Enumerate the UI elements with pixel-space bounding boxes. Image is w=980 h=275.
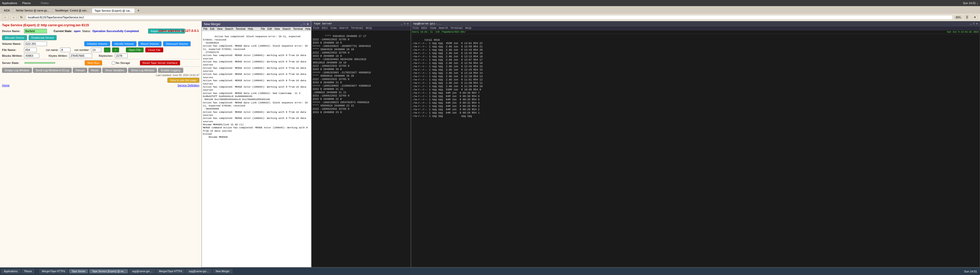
new-merger-controls: _ □ ✕ [301,22,309,26]
taskbar-new-merger[interactable]: New Merger [213,269,232,273]
menu-file2[interactable]: File [261,27,265,30]
menu-view[interactable]: View [217,27,223,30]
ts-menu-help[interactable]: Help [366,27,372,30]
reload-button[interactable]: ↻ [18,15,24,20]
home-link[interactable]: Home [2,84,10,87]
reset-tape-server-interface-button[interactable]: Reset Tape Server Interface [140,60,180,65]
ts-menu-search[interactable]: Search [339,27,348,30]
ts-menu-file[interactable]: File [313,27,319,30]
file-name-input[interactable] [24,47,37,52]
menu-terminal2[interactable]: Terminal [293,27,303,30]
send-log-window-button[interactable]: Send Log Window to ELog [33,68,72,73]
back-button[interactable]: ← [2,15,9,20]
ts-maximize[interactable]: □ [404,22,406,25]
maximize-button[interactable]: □ [304,22,305,26]
app-applications[interactable]: Applications [2,2,17,5]
tab-newmerger[interactable]: NewMerger: Control @ carr... [52,8,91,13]
npg-menu-view[interactable]: View [430,27,436,30]
app-places[interactable]: Places [22,2,30,5]
npg-maximize[interactable]: □ [973,22,975,25]
npg-menu-edit[interactable]: Edit [422,27,428,30]
blocks-written-input[interactable] [24,54,39,58]
tab-netvar[interactable]: NetVar Service @ carne-go... [13,8,52,13]
ts-links: Home Service Definition [2,84,199,87]
volume-name-input[interactable] [24,41,47,46]
menu-edit[interactable]: Edit [210,27,215,30]
run-number-input[interactable] [91,47,101,52]
kbytes-written-input[interactable] [69,54,92,58]
tape-server-menu: File Edit View Search Terminal Help [312,26,410,30]
taskbar-npg-2[interactable]: npg@carne-gsi-... [186,269,212,273]
menu-view2[interactable]: View [274,27,280,30]
taskbar-merger-tape-2[interactable]: Merger/Tape HTTPd [156,269,185,273]
reload-button-bottom[interactable]: Reload [73,68,87,73]
device-name-input[interactable] [24,29,47,33]
close-button[interactable]: ✕ [972,15,978,20]
npg-menu-terminal[interactable]: Terminal [450,27,463,30]
panels-container: New Merger _ □ ✕ File Edit View Search T… [202,21,980,267]
no-storage-label: No Storage [116,62,130,65]
empty-log-window-button[interactable]: Empty Log Window [2,68,32,73]
show-log-window-button[interactable]: Show Log Window [128,68,157,73]
open-file-button[interactable]: Open File [126,47,144,52]
npg-menu-search[interactable]: Search [439,27,448,30]
service-definition-link[interactable]: Service Definition [177,84,199,87]
browser-chrome: AIDA NetVar Service @ carne-go... NewMer… [0,6,980,21]
ts-close[interactable]: ✕ [407,22,409,25]
close-new-merger-button[interactable]: ✕ [307,22,309,26]
menu-search[interactable]: Search [225,27,233,30]
kbytes-sec-input[interactable] [115,54,127,58]
ts-minimize[interactable]: _ [401,22,402,25]
npg-menu-file[interactable]: File [413,27,419,30]
deallocate-device-button[interactable]: Deallocate Device [29,35,57,40]
ts-menu-edit[interactable]: Edit [322,27,328,30]
run-dec-button[interactable]: - [104,47,110,52]
url-input[interactable] [26,15,953,20]
new-merger-title: New Merger [204,22,221,26]
kbytes-sec-label: Kbytes/sec: [99,54,113,57]
menu-help2[interactable]: Help [305,27,310,30]
ts-menu-view[interactable]: View [331,27,337,30]
enable-logging-button[interactable]: Enable Logging [158,68,183,73]
close-file-button[interactable]: Close File [145,47,163,52]
taskbar-npg-1[interactable]: npg@carne-gsi-... [129,269,155,273]
tape-server-text: **** 34816016 2048000 17 17 2222 -189662… [313,35,371,114]
run-name-input[interactable] [60,47,70,52]
npg-close[interactable]: ✕ [976,22,978,25]
dismount-volume-button[interactable]: Dismount Volume [163,41,191,46]
no-storage-checkbox[interactable] [112,62,115,65]
tab-aida[interactable]: AIDA [1,8,13,13]
menu-edit2[interactable]: Edit [267,27,272,30]
forward-button[interactable]: → [10,15,17,20]
npg-minimize[interactable]: _ [970,22,972,25]
new-merger-content: Action has completed: block sequence err… [202,31,311,267]
show-variables-button[interactable]: Show Variables [102,68,127,73]
taskbar-places[interactable]: Places [21,269,35,273]
menu-help[interactable]: Help [248,27,253,30]
how-to-use-button[interactable]: How to use this page [167,77,199,83]
allocate-device-button[interactable]: Allocate Device [2,35,27,40]
menu-file[interactable]: File [204,27,207,30]
taskbar-tape-server[interactable]: Tape Server [69,269,88,273]
npg-controls: _ □ ✕ [970,22,978,25]
menu-terminal[interactable]: Terminal [236,27,245,30]
mount-volume-button[interactable]: Mount Volume [138,41,162,46]
menu-button[interactable]: ☰ [964,15,970,20]
taskbar-tape-service[interactable]: Tape Service (Expert) @ va... [89,269,128,273]
npg-menu-help[interactable]: Help [465,27,471,30]
initialise-volume-button[interactable]: Initialise Volume [84,41,110,46]
taskbar-merger-https[interactable]: Merger/Tape HTTPd [39,269,68,273]
menu-search2[interactable]: Search [283,27,291,30]
ts-menu-terminal[interactable]: Terminal [351,27,363,30]
server-state-bar [24,62,55,64]
run-inc-button[interactable]: + [112,47,119,52]
new-tab-button[interactable]: + [135,8,142,13]
minimize-button[interactable]: _ [301,22,302,26]
tab-tapeservice[interactable]: Tape Service (Expert) @ car... [92,8,135,13]
identify-volume-button[interactable]: Identify Volume [112,41,137,46]
taskbar-applications[interactable]: Applications [1,269,21,273]
next-run-button[interactable]: Next Run [85,60,102,65]
server-state-row: Server State: Next Run No Storage Reset … [2,60,199,65]
server-state-label: Server State: [2,62,22,65]
reset-button-bottom[interactable]: Reset [88,68,101,73]
